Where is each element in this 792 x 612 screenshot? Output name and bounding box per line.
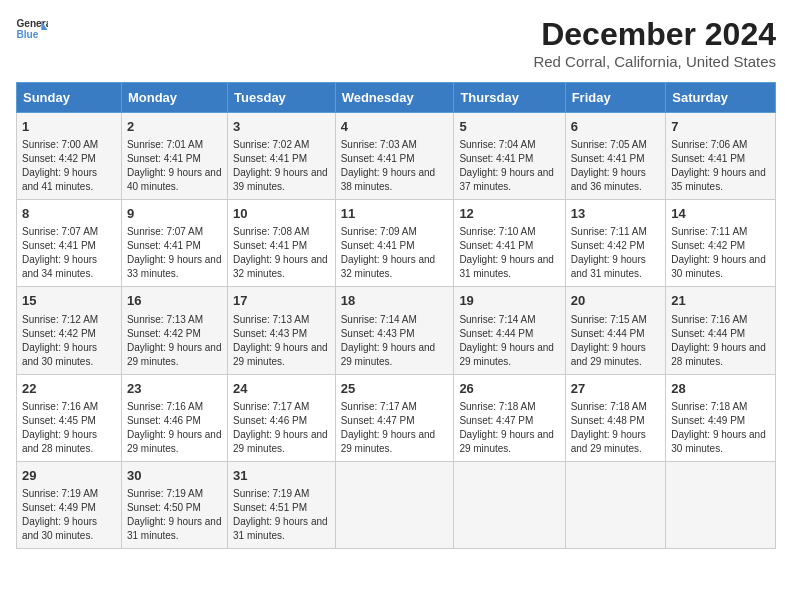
sunset-label: Sunset: 4:42 PM	[22, 328, 96, 339]
week-row-2: 8Sunrise: 7:07 AMSunset: 4:41 PMDaylight…	[17, 200, 776, 287]
day-number: 30	[127, 467, 222, 485]
sunrise-label: Sunrise: 7:14 AM	[459, 314, 535, 325]
daylight-label: Daylight: 9 hours and 32 minutes.	[233, 254, 328, 279]
title-area: December 2024 Red Corral, California, Un…	[533, 16, 776, 70]
column-header-thursday: Thursday	[454, 83, 565, 113]
sunset-label: Sunset: 4:50 PM	[127, 502, 201, 513]
sunset-label: Sunset: 4:41 PM	[341, 240, 415, 251]
calendar-cell	[565, 461, 666, 548]
sunset-label: Sunset: 4:41 PM	[22, 240, 96, 251]
week-row-1: 1Sunrise: 7:00 AMSunset: 4:42 PMDaylight…	[17, 113, 776, 200]
day-number: 29	[22, 467, 116, 485]
calendar-cell: 23Sunrise: 7:16 AMSunset: 4:46 PMDayligh…	[121, 374, 227, 461]
calendar-cell: 9Sunrise: 7:07 AMSunset: 4:41 PMDaylight…	[121, 200, 227, 287]
sunrise-label: Sunrise: 7:16 AM	[127, 401, 203, 412]
daylight-label: Daylight: 9 hours and 30 minutes.	[671, 429, 766, 454]
day-number: 11	[341, 205, 449, 223]
calendar-cell	[454, 461, 565, 548]
sunset-label: Sunset: 4:43 PM	[233, 328, 307, 339]
daylight-label: Daylight: 9 hours and 31 minutes.	[571, 254, 646, 279]
daylight-label: Daylight: 9 hours and 40 minutes.	[127, 167, 222, 192]
sunset-label: Sunset: 4:46 PM	[233, 415, 307, 426]
calendar-cell: 30Sunrise: 7:19 AMSunset: 4:50 PMDayligh…	[121, 461, 227, 548]
sunrise-label: Sunrise: 7:13 AM	[127, 314, 203, 325]
day-number: 16	[127, 292, 222, 310]
calendar-cell: 13Sunrise: 7:11 AMSunset: 4:42 PMDayligh…	[565, 200, 666, 287]
day-number: 23	[127, 380, 222, 398]
daylight-label: Daylight: 9 hours and 34 minutes.	[22, 254, 97, 279]
sunrise-label: Sunrise: 7:18 AM	[571, 401, 647, 412]
calendar-cell: 1Sunrise: 7:00 AMSunset: 4:42 PMDaylight…	[17, 113, 122, 200]
day-number: 5	[459, 118, 559, 136]
sunrise-label: Sunrise: 7:19 AM	[22, 488, 98, 499]
sunrise-label: Sunrise: 7:08 AM	[233, 226, 309, 237]
sunset-label: Sunset: 4:44 PM	[571, 328, 645, 339]
calendar-cell: 21Sunrise: 7:16 AMSunset: 4:44 PMDayligh…	[666, 287, 776, 374]
calendar-cell: 31Sunrise: 7:19 AMSunset: 4:51 PMDayligh…	[228, 461, 336, 548]
daylight-label: Daylight: 9 hours and 30 minutes.	[22, 342, 97, 367]
sunset-label: Sunset: 4:41 PM	[233, 240, 307, 251]
calendar-cell: 26Sunrise: 7:18 AMSunset: 4:47 PMDayligh…	[454, 374, 565, 461]
daylight-label: Daylight: 9 hours and 29 minutes.	[459, 342, 554, 367]
calendar-cell: 2Sunrise: 7:01 AMSunset: 4:41 PMDaylight…	[121, 113, 227, 200]
sunset-label: Sunset: 4:51 PM	[233, 502, 307, 513]
day-number: 26	[459, 380, 559, 398]
calendar-cell: 4Sunrise: 7:03 AMSunset: 4:41 PMDaylight…	[335, 113, 454, 200]
calendar-cell: 25Sunrise: 7:17 AMSunset: 4:47 PMDayligh…	[335, 374, 454, 461]
sunrise-label: Sunrise: 7:17 AM	[233, 401, 309, 412]
sunrise-label: Sunrise: 7:19 AM	[127, 488, 203, 499]
sunset-label: Sunset: 4:47 PM	[341, 415, 415, 426]
sunrise-label: Sunrise: 7:00 AM	[22, 139, 98, 150]
header-row: SundayMondayTuesdayWednesdayThursdayFrid…	[17, 83, 776, 113]
daylight-label: Daylight: 9 hours and 29 minutes.	[127, 342, 222, 367]
day-number: 24	[233, 380, 330, 398]
daylight-label: Daylight: 9 hours and 28 minutes.	[22, 429, 97, 454]
day-number: 20	[571, 292, 661, 310]
day-number: 15	[22, 292, 116, 310]
daylight-label: Daylight: 9 hours and 29 minutes.	[571, 342, 646, 367]
day-number: 18	[341, 292, 449, 310]
sunrise-label: Sunrise: 7:05 AM	[571, 139, 647, 150]
daylight-label: Daylight: 9 hours and 33 minutes.	[127, 254, 222, 279]
calendar-table: SundayMondayTuesdayWednesdayThursdayFrid…	[16, 82, 776, 549]
logo-icon: General Blue	[16, 16, 48, 44]
calendar-cell: 8Sunrise: 7:07 AMSunset: 4:41 PMDaylight…	[17, 200, 122, 287]
calendar-cell	[666, 461, 776, 548]
sunrise-label: Sunrise: 7:16 AM	[22, 401, 98, 412]
sunset-label: Sunset: 4:49 PM	[671, 415, 745, 426]
day-number: 1	[22, 118, 116, 136]
sunset-label: Sunset: 4:42 PM	[671, 240, 745, 251]
calendar-cell: 6Sunrise: 7:05 AMSunset: 4:41 PMDaylight…	[565, 113, 666, 200]
sunset-label: Sunset: 4:41 PM	[127, 153, 201, 164]
logo: General Blue	[16, 16, 48, 44]
sunset-label: Sunset: 4:46 PM	[127, 415, 201, 426]
calendar-cell: 28Sunrise: 7:18 AMSunset: 4:49 PMDayligh…	[666, 374, 776, 461]
sunset-label: Sunset: 4:48 PM	[571, 415, 645, 426]
calendar-cell: 10Sunrise: 7:08 AMSunset: 4:41 PMDayligh…	[228, 200, 336, 287]
week-row-3: 15Sunrise: 7:12 AMSunset: 4:42 PMDayligh…	[17, 287, 776, 374]
daylight-label: Daylight: 9 hours and 31 minutes.	[127, 516, 222, 541]
sunrise-label: Sunrise: 7:16 AM	[671, 314, 747, 325]
daylight-label: Daylight: 9 hours and 31 minutes.	[233, 516, 328, 541]
daylight-label: Daylight: 9 hours and 29 minutes.	[233, 429, 328, 454]
sunrise-label: Sunrise: 7:11 AM	[571, 226, 647, 237]
daylight-label: Daylight: 9 hours and 35 minutes.	[671, 167, 766, 192]
daylight-label: Daylight: 9 hours and 32 minutes.	[341, 254, 436, 279]
sunrise-label: Sunrise: 7:15 AM	[571, 314, 647, 325]
sunset-label: Sunset: 4:41 PM	[341, 153, 415, 164]
sunrise-label: Sunrise: 7:14 AM	[341, 314, 417, 325]
sunrise-label: Sunrise: 7:07 AM	[22, 226, 98, 237]
calendar-cell: 17Sunrise: 7:13 AMSunset: 4:43 PMDayligh…	[228, 287, 336, 374]
daylight-label: Daylight: 9 hours and 37 minutes.	[459, 167, 554, 192]
daylight-label: Daylight: 9 hours and 29 minutes.	[571, 429, 646, 454]
sunrise-label: Sunrise: 7:09 AM	[341, 226, 417, 237]
daylight-label: Daylight: 9 hours and 36 minutes.	[571, 167, 646, 192]
calendar-cell: 18Sunrise: 7:14 AMSunset: 4:43 PMDayligh…	[335, 287, 454, 374]
sunset-label: Sunset: 4:41 PM	[233, 153, 307, 164]
calendar-cell: 19Sunrise: 7:14 AMSunset: 4:44 PMDayligh…	[454, 287, 565, 374]
sunrise-label: Sunrise: 7:13 AM	[233, 314, 309, 325]
sunrise-label: Sunrise: 7:03 AM	[341, 139, 417, 150]
day-number: 25	[341, 380, 449, 398]
sunset-label: Sunset: 4:43 PM	[341, 328, 415, 339]
sunset-label: Sunset: 4:41 PM	[459, 153, 533, 164]
